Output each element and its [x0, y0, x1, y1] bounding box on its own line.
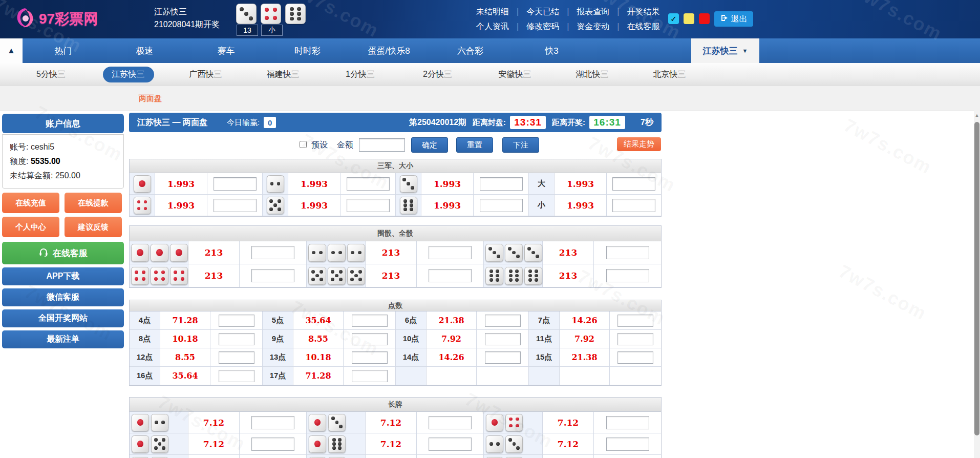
sidebar-orange-button-4[interactable]: 建议反馈 — [65, 217, 122, 237]
subnav-item-3[interactable]: 广西快三 — [167, 63, 244, 86]
bet-amount-input[interactable] — [219, 315, 254, 327]
subnav-item-4[interactable]: 福建快三 — [244, 63, 322, 86]
sidebar-orange-button-1[interactable]: 在线充值 — [2, 193, 59, 213]
subnav-item-9[interactable]: 北京快三 — [631, 63, 708, 86]
bet-amount-input[interactable] — [485, 351, 521, 364]
nav-item-1[interactable]: 热门 — [23, 38, 104, 63]
bet-amount-input[interactable] — [214, 199, 257, 212]
lottery-dropdown[interactable]: 江苏快三 ▼ — [691, 38, 759, 63]
die-6-icon — [285, 4, 306, 24]
bet-amount-input[interactable] — [485, 333, 521, 345]
sidebar-blue-button-4[interactable]: 最新注单 — [2, 330, 124, 348]
bet-amount-input[interactable] — [606, 246, 649, 259]
theme-square-1[interactable]: ✓ — [668, 13, 679, 24]
bet-amount-input[interactable] — [617, 351, 653, 364]
bet-amount-input[interactable] — [480, 177, 523, 191]
bet-amount-input[interactable] — [219, 370, 254, 382]
tab-two-face[interactable]: 两面盘 — [139, 94, 162, 103]
die-pip — [332, 442, 336, 446]
bet-amount-input[interactable] — [485, 315, 521, 327]
die-4-icon — [505, 414, 523, 431]
sidebar-blue-button-3[interactable]: 全国开奖网站 — [2, 309, 124, 327]
bet-amount-input[interactable] — [219, 333, 254, 345]
scrollbar-up-icon[interactable]: ▲ — [974, 113, 980, 118]
bet-amount-input[interactable] — [352, 351, 388, 364]
bet-input-cell — [417, 433, 484, 455]
header-link-4[interactable]: 开奖结果 — [627, 7, 659, 17]
header-link-2[interactable]: 修改密码 — [526, 22, 559, 32]
bet-amount-input[interactable] — [251, 246, 294, 259]
die-pip — [314, 441, 321, 447]
subnav-item-1[interactable]: 5分快三 — [12, 63, 90, 86]
sidebar-orange-button-3[interactable]: 个人中心 — [2, 217, 59, 237]
nav-collapse-button[interactable]: ▲ — [0, 38, 23, 63]
bet-amount-input[interactable] — [214, 177, 257, 191]
bet-amount-input[interactable] — [251, 438, 294, 451]
subnav-item-5[interactable]: 1分快三 — [322, 63, 399, 86]
amount-input[interactable] — [359, 138, 405, 152]
bet-amount-input[interactable] — [347, 199, 390, 212]
bet-amount-input[interactable] — [606, 438, 649, 451]
scrollbar-thumb[interactable] — [974, 122, 979, 435]
die-2-icon — [347, 244, 365, 262]
nav-item-4[interactable]: 时时彩 — [267, 38, 348, 63]
die-pip — [161, 421, 165, 424]
die-1-icon — [170, 244, 188, 262]
nav-item-7[interactable]: 快3 — [511, 38, 592, 63]
bet-amount-input[interactable] — [606, 269, 649, 282]
bet-amount-input[interactable] — [612, 177, 655, 191]
confirm-button[interactable]: 确定 — [411, 137, 448, 153]
bet-amount-input[interactable] — [347, 177, 390, 191]
nav-item-6[interactable]: 六合彩 — [430, 38, 511, 63]
scrollbar[interactable]: ▲ — [974, 111, 980, 458]
header-link-2[interactable]: 今天已结 — [526, 7, 559, 17]
die-pip — [403, 203, 407, 207]
sidebar-blue-button-1[interactable]: APP下载 — [2, 267, 124, 285]
theme-square-3[interactable] — [699, 13, 710, 24]
reset-button[interactable]: 重置 — [456, 137, 493, 153]
bet-amount-input[interactable] — [352, 315, 388, 327]
bet-amount-input[interactable] — [429, 438, 472, 451]
open-timer-value: 16:31 — [589, 116, 625, 129]
header-link-1[interactable]: 未结明细 — [476, 7, 509, 17]
subnav-item-8[interactable]: 湖北快三 — [553, 63, 631, 86]
header-link-3[interactable]: 资金变动 — [577, 22, 609, 32]
bet-amount-input[interactable] — [429, 416, 472, 429]
subnav-item-2[interactable]: 江苏快三 — [90, 63, 167, 86]
die-pip — [528, 278, 532, 282]
bet-amount-input[interactable] — [352, 370, 388, 382]
bet-amount-input[interactable] — [251, 269, 294, 282]
die-pip — [508, 247, 512, 251]
sidebar-blue-button-2[interactable]: 微信客服 — [2, 288, 124, 306]
header-link-1[interactable]: 个人资讯 — [476, 22, 509, 32]
bet-amount-input[interactable] — [429, 269, 472, 282]
bet-amount-input[interactable] — [251, 416, 294, 429]
theme-square-2[interactable] — [684, 13, 694, 24]
nav-item-2[interactable]: 极速 — [104, 38, 185, 63]
logo[interactable]: 97彩票网 — [14, 6, 98, 32]
bet-amount-input[interactable] — [606, 416, 649, 429]
header-link-3[interactable]: 报表查询 — [577, 7, 609, 17]
bet-button[interactable]: 下注 — [502, 137, 539, 153]
nav-item-5[interactable]: 蛋蛋/快乐8 — [348, 38, 430, 63]
bet-amount-input[interactable] — [352, 333, 388, 345]
bet-amount-input[interactable] — [480, 199, 523, 212]
online-service-button[interactable]: 在线客服 — [2, 242, 124, 264]
bet-amount-input[interactable] — [617, 315, 653, 327]
die-pip — [403, 207, 407, 211]
balance-label: 额度: — [10, 157, 28, 165]
bet-odds: 1.993 — [421, 195, 474, 216]
bet-amount-input[interactable] — [219, 351, 254, 364]
bet-amount-input[interactable] — [612, 199, 655, 212]
preset-checkbox[interactable] — [300, 141, 307, 148]
header-link-4[interactable]: 在线客服 — [627, 22, 659, 32]
logout-button[interactable]: 退出 — [714, 11, 753, 27]
nav-item-3[interactable]: 赛车 — [185, 38, 267, 63]
subnav-item-6[interactable]: 2分快三 — [399, 63, 476, 86]
sidebar-orange-button-2[interactable]: 在线提款 — [65, 193, 122, 213]
bet-amount-input[interactable] — [617, 333, 653, 345]
result-trend-button[interactable]: 结果走势 — [617, 137, 661, 151]
main-nav: ▲ 热门极速赛车时时彩蛋蛋/快乐8六合彩快3 江苏快三 ▼ — [0, 38, 980, 63]
subnav-item-7[interactable]: 安徽快三 — [476, 63, 553, 86]
bet-amount-input[interactable] — [429, 246, 472, 259]
